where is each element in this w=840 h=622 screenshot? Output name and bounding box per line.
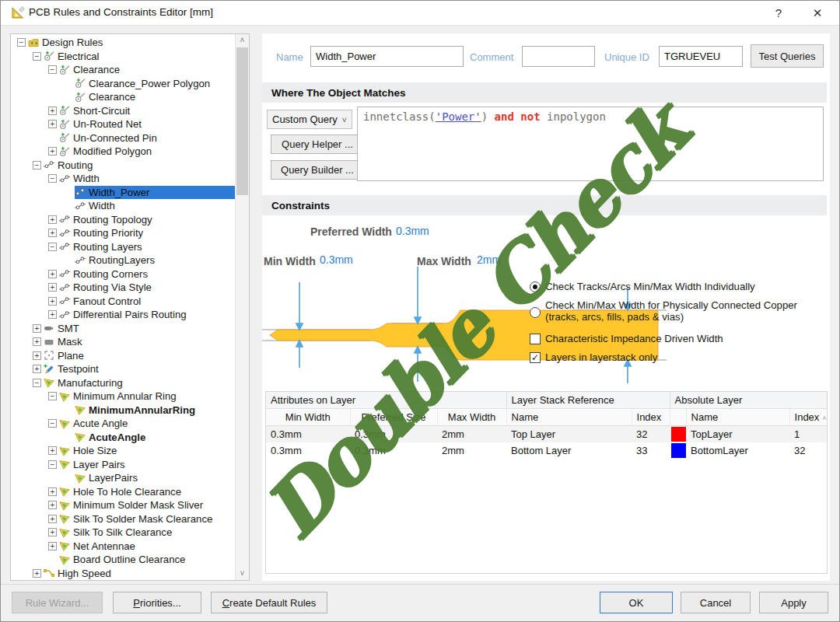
tree-item-minimumannularring[interactable]: MinimumAnnularRing — [11, 404, 236, 418]
test-queries-button[interactable]: Test Queries — [751, 44, 824, 68]
scroll-down-icon[interactable]: ˅ — [236, 568, 249, 580]
layer-color-swatch[interactable] — [671, 427, 686, 442]
tree-item-net-antennae[interactable]: +Net Antennae — [11, 540, 236, 554]
expand-icon[interactable]: + — [33, 351, 41, 360]
expand-icon[interactable]: + — [48, 528, 57, 536]
tree-item-routing[interactable]: −Routing — [11, 159, 236, 173]
create-default-rules-button[interactable]: Create Default Rules — [211, 592, 327, 613]
tree-item-testpoint[interactable]: +Testpoint — [11, 362, 236, 376]
tree-item-routing-layers[interactable]: −Routing Layers — [11, 240, 236, 254]
query-editor[interactable]: innetclass('Power') and not inpolygon — [357, 107, 824, 181]
tree-item-design-rules[interactable]: −Design Rules — [11, 36, 236, 50]
column-header-index[interactable]: Index — [632, 409, 670, 426]
tree-item-minimum-annular-ring[interactable]: −Minimum Annular Ring — [11, 390, 236, 404]
expand-icon[interactable]: + — [48, 107, 57, 115]
cell-min-width[interactable]: 0.3mm — [266, 442, 350, 459]
expand-icon[interactable]: + — [48, 310, 57, 319]
column-header-name[interactable]: Name — [506, 409, 632, 426]
table-row-toplayer[interactable]: 0.3mm0.3mm2mmTop Layer32TopLayer1 — [266, 426, 828, 443]
radio-check-tracks-arcs-min-max-width-individually[interactable]: Check Tracks/Arcs Min/Max Width Individu… — [530, 281, 827, 292]
tree-item-un-routed-net[interactable]: +Un-Routed Net — [11, 117, 236, 131]
collapse-icon[interactable]: − — [48, 243, 57, 251]
apply-button[interactable]: Apply — [759, 592, 828, 613]
tree-item-silk-to-silk-clearance[interactable]: +Silk To Silk Clearance — [11, 526, 236, 540]
cell-preferred-size[interactable]: 0.3mm — [350, 442, 437, 459]
expand-icon[interactable]: + — [48, 215, 57, 224]
cell-name[interactable]: Bottom Layer — [506, 442, 632, 459]
table-row-bottomlayer[interactable]: 0.3mm0.3mm2mmBottom Layer33BottomLayer32 — [266, 442, 828, 459]
expand-icon[interactable]: + — [33, 569, 41, 578]
layer-color-swatch[interactable] — [671, 443, 686, 458]
tree-item-routing-corners[interactable]: +Routing Corners — [11, 267, 236, 281]
expand-icon[interactable]: + — [48, 446, 57, 455]
tree-item-clearance[interactable]: −Clearance — [11, 63, 236, 77]
expand-icon[interactable]: + — [48, 270, 57, 278]
cell-index[interactable]: 32 — [632, 426, 670, 443]
query-builder-button[interactable]: Query Builder ... — [271, 160, 364, 180]
radio-check-min-max-width-for-physically-connected-copper[interactable]: Check Min/Max Width for Physically Conne… — [530, 299, 827, 323]
tree-item-electrical[interactable]: −Electrical — [11, 50, 236, 64]
cell-index[interactable]: 1 — [789, 426, 828, 443]
collapse-icon[interactable]: − — [33, 52, 41, 61]
tree-item-hole-size[interactable]: +Hole Size — [11, 444, 236, 458]
cell-name[interactable]: TopLayer — [686, 426, 789, 443]
collapse-icon[interactable]: − — [48, 174, 57, 183]
priorities-button[interactable]: Priorities... — [113, 592, 201, 613]
column-header-index[interactable]: Index˄ — [789, 409, 828, 426]
cell-index[interactable]: 33 — [632, 442, 670, 459]
query-scope-dropdown[interactable]: Custom Query ˅ — [267, 110, 352, 129]
expand-icon[interactable]: + — [33, 337, 41, 346]
name-input[interactable] — [310, 46, 464, 67]
close-button[interactable]: ✕ — [800, 1, 835, 25]
tree-item-high-speed[interactable]: +High Speed — [11, 567, 236, 581]
tree-item-layer-pairs[interactable]: −Layer Pairs — [11, 458, 236, 472]
tree-item-modified-polygon[interactable]: +Modified Polygon — [11, 145, 236, 159]
preferred-width-value[interactable]: 0.3mm — [396, 225, 429, 237]
radio-icon[interactable] — [530, 307, 541, 318]
unique-id-input[interactable] — [659, 46, 743, 67]
tree-item-manufacturing[interactable]: −Manufacturing — [11, 376, 236, 390]
tree-item-board-outline-clearance[interactable]: Board Outline Clearance — [11, 553, 236, 567]
expand-icon[interactable]: + — [33, 324, 41, 333]
cell-color[interactable] — [670, 426, 686, 443]
cell-max-width[interactable]: 2mm — [437, 442, 506, 459]
tree-item-layerpairs[interactable]: LayerPairs — [11, 471, 236, 485]
expand-icon[interactable]: + — [48, 229, 57, 237]
checkbox-characteristic-impedance-driven-width[interactable]: Characteristic Impedance Driven Width — [530, 333, 827, 344]
expand-icon[interactable]: + — [48, 283, 57, 292]
column-header-max-width[interactable]: Max Width — [437, 409, 506, 426]
expand-icon[interactable]: + — [48, 147, 57, 156]
expand-icon[interactable]: + — [33, 365, 41, 373]
checkbox-checked-icon[interactable]: ✓ — [530, 352, 541, 363]
tree-item-acute-angle[interactable]: −Acute Angle — [11, 417, 236, 431]
checkbox-layers-in-layerstack-only[interactable]: ✓Layers in layerstack only — [530, 351, 827, 363]
expand-icon[interactable]: + — [48, 487, 57, 496]
expand-icon[interactable]: + — [48, 501, 57, 509]
cell-max-width[interactable]: 2mm — [437, 426, 506, 443]
collapse-icon[interactable]: − — [33, 379, 41, 387]
max-width-value[interactable]: 2mm — [477, 253, 501, 266]
cell-index[interactable]: 32 — [789, 442, 828, 459]
collapse-icon[interactable]: − — [33, 161, 41, 169]
tree-item-short-circuit[interactable]: +Short-Circuit — [11, 104, 236, 118]
collapse-icon[interactable]: − — [48, 392, 57, 400]
help-button[interactable]: ? — [761, 1, 796, 25]
tree-item-differential-pairs-routing[interactable]: +Differential Pairs Routing — [11, 308, 236, 322]
column-header-min-width[interactable]: Min Width — [266, 409, 350, 426]
cell-min-width[interactable]: 0.3mm — [266, 426, 350, 443]
tree-item-width[interactable]: Width — [11, 199, 236, 213]
tree-item-clearance-power-polygon[interactable]: Clearance_Power Polygon — [11, 77, 236, 91]
collapse-icon[interactable]: − — [48, 65, 57, 74]
column-header-name[interactable]: Name — [686, 409, 789, 426]
tree-item-plane[interactable]: +Plane — [11, 349, 236, 363]
tree-item-hole-to-hole-clearance[interactable]: +Hole To Hole Clearance — [11, 485, 236, 499]
expand-icon[interactable]: + — [48, 120, 57, 128]
cell-preferred-size[interactable]: 0.3mm — [350, 426, 437, 443]
tree-item-routing-topology[interactable]: +Routing Topology — [11, 213, 236, 227]
tree-item-routinglayers[interactable]: RoutingLayers — [11, 253, 236, 267]
cell-name[interactable]: BottomLayer — [686, 442, 789, 459]
expand-icon[interactable]: + — [48, 542, 57, 550]
tree-item-smt[interactable]: +SMT — [11, 322, 236, 336]
layer-attributes-table[interactable]: Attributes on LayerLayer Stack Reference… — [265, 391, 828, 574]
tree-item-width-power[interactable]: Width_Power — [11, 186, 236, 200]
